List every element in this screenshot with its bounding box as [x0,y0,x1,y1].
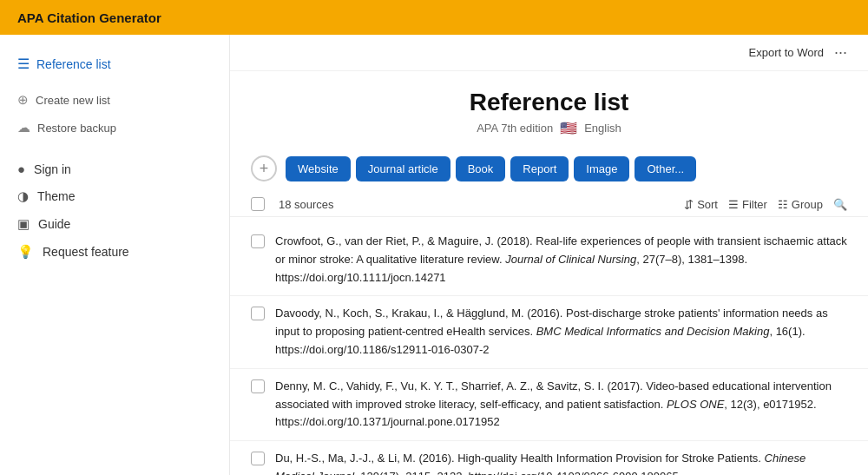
guide-label: Guide [38,217,70,231]
guide-icon: ▣ [17,216,30,232]
source-type-journal-article[interactable]: Journal article [356,156,450,181]
edition-label: APA 7th edition [477,122,553,135]
group-button[interactable]: ☷ Group [778,198,823,211]
restore-backup-action[interactable]: ☁ Restore backup [0,114,229,142]
reference-text: Denny, M. C., Vahidy, F., Vu, K. Y. T., … [275,378,847,432]
more-options-button[interactable]: ··· [834,43,847,62]
theme-label: Theme [37,189,76,203]
sidebar-item-theme[interactable]: ◑ Theme [0,182,229,210]
sort-icon: ⇵ [684,198,694,211]
app-title: APA Citation Generator [17,10,161,25]
source-type-other[interactable]: Other... [635,156,696,181]
export-word-button[interactable]: Export to Word [749,46,824,59]
source-type-website[interactable]: Website [286,156,351,181]
filter-actions: ⇵ Sort ☰ Filter ☷ Group 🔍 [684,198,847,211]
reference-text: Du, H.-S., Ma, J.-J., & Li, M. (2016). H… [275,450,847,475]
create-new-list-label: Create new list [36,94,110,107]
filter-label: Filter [742,198,767,211]
sidebar-item-request-feature[interactable]: 💡 Request feature [0,238,229,266]
sort-label: Sort [697,198,718,211]
create-new-list-action[interactable]: ⊕ Create new list [0,86,229,114]
cloud-icon: ☁ [17,120,30,135]
source-type-report[interactable]: Report [510,156,569,181]
filter-icon: ☰ [728,198,739,211]
filter-bar: 18 sources ⇵ Sort ☰ Filter ☷ Group [230,192,868,217]
reference-item: Davoody, N., Koch, S., Krakau, I., & Häg… [230,296,868,368]
sidebar-reference-list-label: Reference list [36,57,111,71]
language-label: English [584,122,621,135]
reference-checkbox[interactable] [251,234,265,248]
content-topbar: Export to Word ··· [230,35,868,71]
reference-text: Crowfoot, G., van der Riet, P., & Maguir… [275,233,847,287]
search-button[interactable]: 🔍 [833,198,847,211]
reference-item: Crowfoot, G., van der Riet, P., & Maguir… [230,224,868,296]
group-icon: ☷ [778,198,788,211]
group-label: Group [792,198,823,211]
page-title: Reference list [230,89,868,116]
reference-item: Denny, M. C., Vahidy, F., Vu, K. Y. T., … [230,369,868,441]
main-content: Export to Word ··· Reference list APA 7t… [230,35,868,475]
list-icon: ☰ [17,56,30,72]
page-header: Reference list APA 7th edition 🇺🇸 Englis… [230,71,868,145]
source-type-buttons: Website Journal article Book Report Imag… [286,156,696,181]
sign-in-label: Sign in [34,162,71,176]
source-type-bar: + Website Journal article Book Report Im… [230,145,868,192]
references-list: Crowfoot, G., van der Riet, P., & Maguir… [230,217,868,475]
source-type-book[interactable]: Book [456,156,506,181]
sidebar-item-guide[interactable]: ▣ Guide [0,210,229,238]
sidebar-item-reference-list[interactable]: ☰ Reference list [0,49,229,79]
add-source-button[interactable]: + [251,155,277,181]
reference-text: Davoody, N., Koch, S., Krakau, I., & Häg… [275,305,847,359]
theme-icon: ◑ [17,188,29,204]
restore-backup-label: Restore backup [37,122,116,135]
flag-icon: 🇺🇸 [560,120,577,136]
request-feature-label: Request feature [43,245,129,259]
sidebar-item-sign-in[interactable]: ● Sign in [0,155,229,182]
page-meta: APA 7th edition 🇺🇸 English [230,120,868,136]
plus-circle-icon: ⊕ [17,92,29,108]
reference-item: Du, H.-S., Ma, J.-J., & Li, M. (2016). H… [230,441,868,475]
select-all-checkbox[interactable] [251,197,265,211]
sources-count: 18 sources [279,198,670,211]
user-icon: ● [17,162,25,176]
reference-checkbox[interactable] [251,379,265,393]
add-icon: + [260,160,269,178]
lightbulb-icon: 💡 [17,244,34,260]
sidebar: ☰ Reference list ⊕ Create new list ☁ Res… [0,35,230,475]
sort-button[interactable]: ⇵ Sort [684,198,718,211]
source-type-image[interactable]: Image [574,156,629,181]
search-icon: 🔍 [833,198,847,211]
reference-checkbox[interactable] [251,452,265,465]
reference-checkbox[interactable] [251,307,265,320]
filter-button[interactable]: ☰ Filter [728,198,767,211]
app-header: APA Citation Generator [0,0,868,35]
